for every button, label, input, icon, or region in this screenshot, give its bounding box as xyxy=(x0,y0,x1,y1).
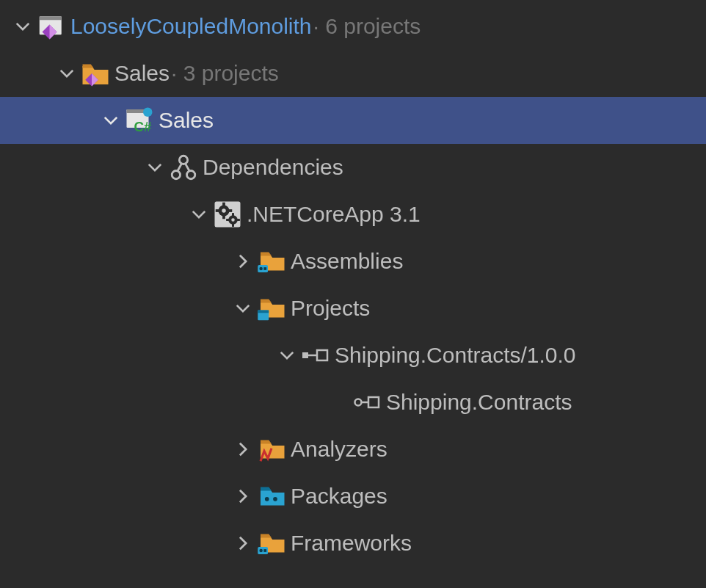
assemblies-folder-icon xyxy=(255,245,288,277)
chevron-down-icon[interactable] xyxy=(54,61,79,86)
svg-line-13 xyxy=(178,163,182,170)
dependencies-label: Dependencies xyxy=(203,155,343,180)
target-framework-label: .NETCoreApp 3.1 xyxy=(247,202,421,227)
analyzers-node[interactable]: Analyzers xyxy=(0,426,706,473)
svg-text:C#: C# xyxy=(134,119,153,134)
chevron-down-icon[interactable] xyxy=(10,14,35,39)
svg-point-11 xyxy=(172,171,180,179)
chevron-right-icon[interactable] xyxy=(230,531,255,556)
chevron-down-icon[interactable] xyxy=(274,343,299,368)
svg-rect-1 xyxy=(40,16,62,20)
assembly-label: Shipping.Contracts xyxy=(386,390,572,415)
analyzers-folder-icon xyxy=(255,433,288,465)
svg-rect-19 xyxy=(222,215,225,219)
svg-rect-38 xyxy=(368,397,379,407)
projects-node[interactable]: Projects xyxy=(0,285,706,332)
projects-label: Projects xyxy=(291,296,370,321)
reference-label: Shipping.Contracts/1.0.0 xyxy=(335,343,576,368)
svg-point-10 xyxy=(179,156,187,164)
svg-rect-27 xyxy=(237,219,240,221)
solution-suffix: · 6 projects xyxy=(313,14,421,39)
svg-rect-30 xyxy=(263,267,266,270)
project-node-sales[interactable]: C# Sales xyxy=(0,97,706,144)
svg-point-17 xyxy=(222,208,226,213)
assembly-icon xyxy=(351,386,383,418)
svg-line-14 xyxy=(185,163,189,170)
gear-icon xyxy=(211,198,244,231)
solution-folder-icon xyxy=(79,57,112,90)
svg-rect-24 xyxy=(232,213,234,216)
assembly-reference-node[interactable]: Shipping.Contracts xyxy=(0,379,706,426)
chevron-down-icon[interactable] xyxy=(230,296,255,321)
chevron-down-icon[interactable] xyxy=(186,202,211,227)
svg-point-40 xyxy=(273,497,277,501)
svg-rect-43 xyxy=(263,549,266,552)
analyzers-label: Analyzers xyxy=(291,437,387,462)
solution-name: LooselyCoupledMonolith xyxy=(70,14,312,39)
svg-point-8 xyxy=(143,108,153,117)
svg-rect-26 xyxy=(226,219,229,221)
projects-folder-icon xyxy=(255,292,288,324)
chevron-down-icon[interactable] xyxy=(98,108,123,133)
project-reference-node[interactable]: Shipping.Contracts/1.0.0 xyxy=(0,332,706,379)
packages-node[interactable]: Packages xyxy=(0,473,706,520)
svg-point-39 xyxy=(265,497,269,501)
target-framework-node[interactable]: .NETCoreApp 3.1 xyxy=(0,191,706,238)
svg-rect-21 xyxy=(228,209,232,212)
project-name: Sales xyxy=(159,108,214,133)
assemblies-label: Assemblies xyxy=(291,249,403,274)
svg-point-29 xyxy=(259,267,263,271)
chevron-right-icon[interactable] xyxy=(230,484,255,509)
svg-rect-35 xyxy=(317,350,327,360)
svg-point-36 xyxy=(355,399,362,406)
solution-icon xyxy=(35,10,68,43)
assemblies-node[interactable]: Assemblies xyxy=(0,238,706,285)
folder-name: Sales xyxy=(114,61,170,86)
reference-icon xyxy=(299,339,332,371)
svg-rect-25 xyxy=(232,224,234,227)
dependencies-node[interactable]: Dependencies xyxy=(0,144,706,191)
frameworks-folder-icon xyxy=(255,527,288,559)
chevron-right-icon[interactable] xyxy=(230,437,255,462)
svg-point-23 xyxy=(231,218,235,222)
svg-point-12 xyxy=(187,171,195,179)
dependencies-icon xyxy=(167,151,200,184)
svg-rect-20 xyxy=(216,209,219,212)
solution-node[interactable]: LooselyCoupledMonolith · 6 projects xyxy=(0,3,706,50)
packages-label: Packages xyxy=(291,484,387,509)
frameworks-node[interactable]: Frameworks xyxy=(0,520,706,567)
chevron-right-icon[interactable] xyxy=(230,249,255,274)
csharp-project-icon: C# xyxy=(123,104,156,137)
svg-point-42 xyxy=(259,549,263,553)
svg-rect-32 xyxy=(258,311,269,313)
solution-folder-node[interactable]: Sales · 3 projects xyxy=(0,50,706,97)
frameworks-label: Frameworks xyxy=(291,531,412,556)
svg-rect-18 xyxy=(222,203,225,206)
packages-folder-icon xyxy=(255,480,288,512)
solution-explorer-tree: LooselyCoupledMonolith · 6 projects Sale… xyxy=(0,0,706,567)
svg-rect-33 xyxy=(302,352,308,358)
chevron-down-icon[interactable] xyxy=(142,155,167,180)
folder-suffix: · 3 projects xyxy=(171,61,279,86)
